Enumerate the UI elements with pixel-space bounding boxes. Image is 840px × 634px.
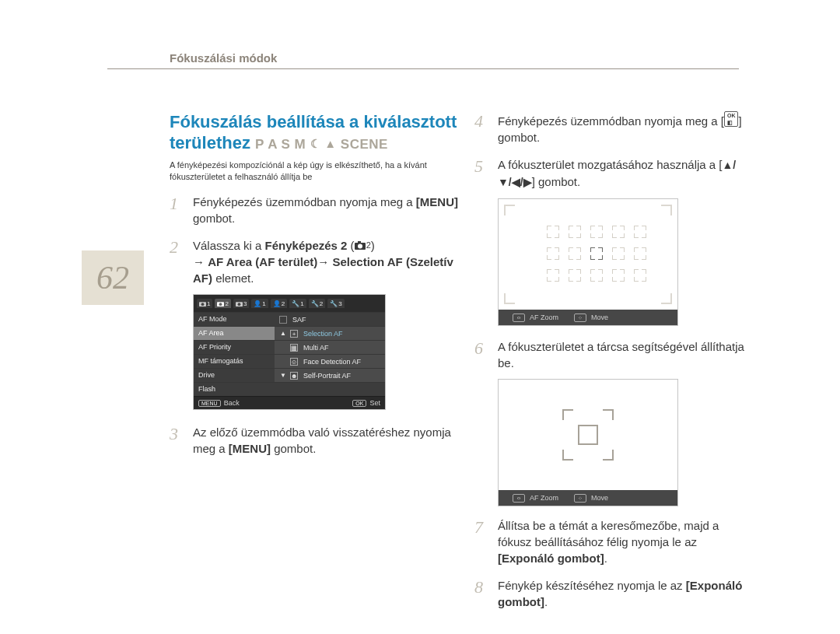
dpad-icon [574, 494, 586, 503]
selection-af-icon: + [290, 330, 298, 338]
af-point [569, 247, 581, 260]
camera-icon: 2 [355, 237, 371, 254]
tab-label: 3 [338, 300, 341, 307]
step-number: 8 [474, 577, 488, 610]
value-text: Face Detection AF [303, 358, 380, 366]
shutter-button-label: [Exponáló gombot] [498, 552, 604, 565]
menu-row-af-priority: AF Priority ▦Multi AF [194, 340, 385, 354]
mountain-icon: ▲ [324, 137, 336, 150]
af-point [590, 269, 603, 282]
intro-text: A fényképezési kompozíciónál a kép úgy i… [170, 159, 461, 183]
menu-tab-gear1: 🔧1 [289, 299, 306, 308]
preview-area [499, 199, 677, 310]
menu-back: MENUBack [198, 399, 240, 407]
user-icon: 👤 [254, 300, 261, 307]
move-hint: Move [574, 494, 608, 503]
menu-row-mf: MF támogatás ☺Face Detection AF [194, 354, 385, 368]
step-6: 6 A fókuszterületet a tárcsa segítségéve… [474, 338, 747, 371]
text: elemet. [212, 271, 254, 285]
zoom-rocker-icon [513, 494, 525, 503]
set-label: Set [369, 399, 380, 407]
text: Fényképezés üzemmódban nyomja meg a [193, 195, 416, 208]
af-point [634, 247, 646, 260]
value-text: Selection AF [303, 330, 380, 338]
frame-corner-icon [661, 293, 672, 304]
step-body: A fókuszterületet a tárcsa segítségével … [498, 338, 747, 371]
mode-letters: P A S M [255, 137, 306, 152]
menu-tab-user2: 👤2 [271, 299, 287, 308]
menu-tab-cam3: 3 [233, 299, 249, 308]
step-8: 8 Fénykép készítéséhez nyomja le az [Exp… [474, 577, 747, 610]
focus-preview-grid: AF Zoom Move [498, 198, 678, 326]
svg-rect-2 [358, 241, 361, 243]
text: Fényképezés üzemmódban nyomja meg a [ [498, 114, 724, 128]
row-label: AF Priority [194, 341, 275, 354]
svg-point-6 [219, 303, 222, 306]
af-zoom-hint: AF Zoom [513, 494, 558, 503]
af-point [569, 226, 581, 238]
icon-sub: 2 [366, 237, 371, 254]
step-2: 2 Válassza ki a Fényképezés 2 ( 2) → AF … [170, 237, 461, 286]
menu-tab-bar: 1 2 3 👤1 👤2 🔧1 🔧2 🔧3 [194, 295, 385, 312]
af-point [612, 226, 625, 238]
step-number: 4 [474, 111, 488, 145]
tab-label: 2 [225, 300, 228, 307]
menu-button-label: [MENU] [416, 195, 458, 208]
row-label: AF Area [194, 327, 275, 340]
ok-button-icon: OK◧ [724, 111, 739, 127]
target-corner-icon [603, 450, 614, 461]
tab-label: 2 [320, 300, 323, 307]
self-portrait-icon: ☻ [290, 372, 298, 380]
row-value [275, 383, 385, 396]
face-detection-icon: ☺ [290, 358, 298, 366]
svg-point-8 [237, 303, 240, 306]
step-body: Válassza ki a Fényképezés 2 ( 2) → AF Ar… [193, 237, 461, 286]
up-arrow-icon: ▲ [279, 330, 287, 337]
preview-footer: AF Zoom Move [499, 310, 677, 325]
af-point [612, 269, 625, 282]
row-value: ▼☻Self-Portrait AF [275, 369, 385, 382]
af-zoom-target [562, 409, 614, 461]
frame-corner-icon [504, 293, 515, 304]
tab-label: 1 [300, 300, 303, 307]
title-line2: területhez [170, 133, 250, 152]
step-body: A fókuszterület mozgatásához használja a… [498, 156, 747, 191]
title-line1: Fókuszálás beállítása a kiválasztott [170, 112, 457, 131]
menu-set: OKSet [352, 399, 380, 407]
menu-row-af-mode: AF Mode SAF [194, 312, 385, 326]
menu-button-chip: MENU [198, 400, 221, 407]
af-zoom-hint: AF Zoom [513, 313, 558, 322]
ok-button-chip: OK [352, 400, 366, 407]
menu-footer: MENUBack OKSet [194, 396, 385, 409]
step-number: 3 [170, 424, 184, 457]
step-4: 4 Fényképezés üzemmódban nyomja meg a [O… [474, 111, 747, 145]
row-label: AF Mode [194, 313, 275, 326]
menu-tab-cam2: 2 [215, 299, 230, 308]
row-value: SAF [275, 313, 385, 326]
row-label: Drive [194, 369, 275, 382]
step-3: 3 Az előző üzemmódba való visszatéréshez… [170, 424, 461, 457]
target-center-box [578, 425, 598, 445]
step-5: 5 A fókuszterület mozgatásához használja… [474, 156, 747, 191]
back-label: Back [224, 399, 240, 407]
mode-scene-word: SCENE [341, 137, 388, 152]
label: Move [591, 313, 608, 321]
text: Állítsa be a témát a keresőmezőbe, majd … [498, 519, 719, 548]
zoom-rocker-icon [513, 313, 525, 322]
text: A fókuszterületet a tárcsa segítségével … [498, 340, 744, 370]
step-number: 7 [474, 517, 488, 566]
menu-tab-cam1: 1 [197, 299, 212, 308]
af-mode-icon [279, 316, 287, 324]
af-point [547, 226, 559, 238]
menu-row-flash: Flash [194, 382, 385, 396]
text: gombot. [271, 442, 316, 455]
menu-tab-gear2: 🔧2 [309, 299, 325, 308]
down-arrow-icon: ▼ [279, 372, 287, 379]
left-column: Fókuszálás beállítása a kiválasztott ter… [170, 111, 461, 457]
step-number: 6 [474, 338, 488, 371]
target-corner-icon [562, 409, 573, 420]
menu-row-drive: Drive ▼☻Self-Portrait AF [194, 368, 385, 382]
tab-label: 1 [262, 300, 265, 307]
multi-af-icon: ▦ [290, 344, 298, 352]
step-body: Fényképezés üzemmódban nyomja meg a [MEN… [193, 194, 461, 226]
